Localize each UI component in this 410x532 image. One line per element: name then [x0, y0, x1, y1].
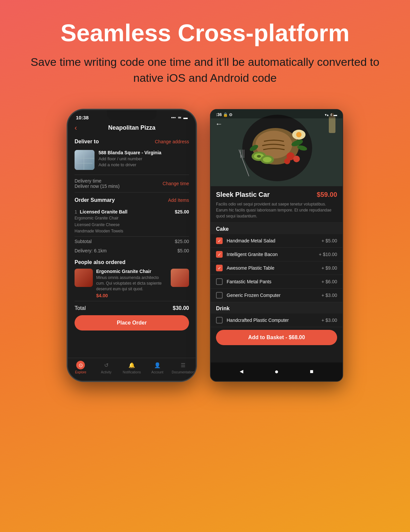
android-time: :36 🔒 ⊙ — [216, 112, 232, 117]
account-icon: 👤 — [153, 361, 162, 369]
android-product-price: $59.00 — [317, 191, 337, 199]
android-recents-button[interactable]: ■ — [307, 366, 316, 376]
recommended-item: Ergonomic Granite Chair Minus omnis assu… — [75, 269, 189, 298]
page-subtitle: Save time writing code one time and it'l… — [27, 54, 383, 86]
rec-item-text: Ergonomic Granite Chair Minus omnis assu… — [96, 269, 167, 298]
android-product-name: Sleek Plastic Car — [216, 191, 270, 199]
order-summary-section: Order Summary Add Items — [75, 193, 189, 206]
ios-nav-bar: ‹ Neapolitan Pizza — [68, 122, 196, 134]
android-back-nav-icon: ◄ — [239, 368, 245, 375]
change-time-button[interactable]: Change time — [163, 181, 189, 186]
option-name-intelligent-granite-bacon: Intelligent Granite Bacon — [227, 252, 315, 257]
people-also-ordered-section: People also ordered Ergonomic Granite Ch… — [75, 255, 189, 301]
option-name-awesome-plastic-table: Awesome Plastic Table — [227, 265, 317, 271]
tab-activity[interactable]: ↺ Activity — [94, 361, 119, 374]
checkbox-fantastic-metal-pants[interactable] — [216, 278, 223, 285]
checkbox-awesome-plastic-table[interactable]: ✓ — [216, 265, 223, 271]
svg-point-10 — [293, 156, 300, 162]
ios-notch — [107, 110, 157, 120]
option-price-handcrafted-plastic-computer: + $3.00 — [321, 318, 337, 323]
option-price-intelligent-granite-bacon: + $10.00 — [319, 252, 337, 257]
android-status-icons: ▾▴ 4 ▬ — [325, 113, 337, 117]
battery-icon: ▬ — [183, 115, 188, 120]
tab-activity-label: Activity — [101, 370, 111, 374]
address-note[interactable]: Add a note to driver — [99, 162, 161, 167]
rec-item-image2 — [171, 269, 189, 287]
map-thumbnail — [75, 150, 95, 170]
place-order-button[interactable]: Place Order — [75, 315, 189, 331]
tab-notifications[interactable]: 🔔 Notifications — [119, 361, 145, 374]
checkbox-intelligent-granite-bacon[interactable]: ✓ — [216, 251, 223, 258]
tab-account[interactable]: 👤 Account — [144, 361, 170, 374]
order-summary-label: Order Summary — [75, 197, 115, 203]
food-illustration — [211, 110, 342, 186]
page-title: Seamless Cross-platform — [27, 20, 383, 46]
android-product-desc: Facilis odio vel sequi provident aut sae… — [211, 201, 342, 223]
subtotal-label: Subtotal — [75, 239, 92, 244]
order-qty: 1 — [75, 209, 77, 214]
address-row: 588 Blanda Square - Virginia Add floor /… — [75, 147, 189, 175]
rec-item-name: Ergonomic Granite Chair — [96, 269, 167, 274]
svg-point-8 — [263, 157, 272, 162]
android-signal-icon: ▾▴ — [325, 113, 329, 117]
ios-back-button[interactable]: ‹ — [75, 124, 77, 132]
option-name-fantastic-metal-pants: Fantastic Metal Pants — [227, 279, 317, 284]
android-status-bar: :36 🔒 ⊙ ▾▴ 4 ▬ — [211, 110, 342, 118]
android-category-cake: Cake — [211, 223, 342, 234]
deliver-to-label: Deliver to — [75, 139, 99, 145]
order-item-extras: Ergonomic Granite Chair Licensed Granite… — [75, 215, 189, 234]
total-value: $30.00 — [173, 305, 189, 311]
delivery-time-label: Delivery time — [75, 178, 119, 184]
phones-container: 10:38 ▪▪▪ ≃ ▬ ‹ Neapolitan Pizza Deliver… — [0, 96, 410, 402]
ios-time: 10:38 — [76, 115, 89, 120]
option-intelligent-granite-bacon[interactable]: ✓ Intelligent Granite Bacon + $10.00 — [211, 248, 342, 261]
rec-item-desc: Minus omnis assumenda architecto cum. Qu… — [96, 275, 167, 292]
option-fantastic-metal-pants[interactable]: Fantastic Metal Pants + $6.00 — [211, 275, 342, 289]
option-generic-frozen-computer[interactable]: Generic Frozen Computer + $3.00 — [211, 289, 342, 302]
tab-explore[interactable]: ⊙ Explore — [68, 361, 94, 374]
ios-content: Deliver to Change address 588 Blanda Squ… — [68, 134, 196, 358]
android-back-nav-button[interactable]: ◄ — [237, 366, 247, 376]
checkbox-generic-frozen-computer[interactable] — [216, 292, 223, 299]
order-item-header: 1 Licensed Granite Ball $25.00 — [75, 209, 189, 214]
order-item-price: $25.00 — [175, 209, 189, 214]
address-street: 588 Blanda Square - Virginia — [99, 150, 161, 155]
option-price-generic-frozen-computer: + $3.00 — [321, 293, 337, 298]
option-name-generic-frozen-computer: Generic Frozen Computer — [227, 293, 317, 298]
delivery-cost-value: $5.00 — [177, 248, 189, 253]
order-item-name: 1 Licensed Granite Ball — [75, 209, 127, 214]
subtotal-row: Subtotal $25.00 — [75, 237, 189, 246]
android-screen: :36 🔒 ⊙ ▾▴ 4 ▬ — [211, 110, 342, 381]
total-label: Total — [75, 305, 86, 311]
people-also-ordered-label: People also ordered — [75, 259, 189, 265]
android-back-button[interactable]: ← — [215, 120, 223, 128]
android-category-drink: Drink — [211, 302, 342, 314]
option-handcrafted-plastic-computer[interactable]: Handcrafted Plastic Computer + $3.00 — [211, 314, 342, 327]
tab-documentation-label: Documentation — [172, 370, 194, 374]
delivery-cost-row: Delivery: 6.1km $5.00 — [75, 246, 189, 255]
ios-nav-title: Neapolitan Pizza — [108, 124, 155, 131]
svg-point-11 — [284, 158, 290, 164]
checkbox-handmade-metal-salad[interactable]: ✓ — [216, 237, 223, 244]
checkbox-handcrafted-plastic-computer[interactable] — [216, 317, 223, 324]
rec-item-price: $4.00 — [96, 293, 167, 298]
change-address-button[interactable]: Change address — [155, 139, 189, 144]
delivery-time-section: Delivery time Deliver now (15 mins) — [75, 178, 119, 189]
option-price-fantastic-metal-pants: + $6.00 — [321, 279, 337, 284]
tab-documentation[interactable]: ☰ Documentation — [170, 361, 196, 374]
android-nav-bar: ◄ ● ■ — [211, 362, 342, 381]
add-to-basket-button[interactable]: Add to Basket - $68.00 — [216, 330, 337, 345]
ios-screen: 10:38 ▪▪▪ ≃ ▬ ‹ Neapolitan Pizza Deliver… — [68, 110, 196, 381]
add-items-button[interactable]: Add Items — [168, 198, 189, 203]
android-wifi-icon: 4 — [330, 113, 332, 117]
activity-icon: ↺ — [102, 361, 110, 369]
svg-point-6 — [257, 155, 261, 158]
svg-rect-21 — [329, 116, 335, 133]
ios-status-icons: ▪▪▪ ≃ ▬ — [171, 115, 188, 120]
android-home-button[interactable]: ● — [272, 366, 282, 376]
android-battery-icon: ▬ — [333, 113, 337, 117]
explore-icon: ⊙ — [76, 361, 85, 369]
option-handmade-metal-salad[interactable]: ✓ Handmade Metal Salad + $5.00 — [211, 234, 342, 248]
option-awesome-plastic-table[interactable]: ✓ Awesome Plastic Table + $9.00 — [211, 261, 342, 275]
address-line2[interactable]: Add floor / unit number — [99, 156, 161, 161]
